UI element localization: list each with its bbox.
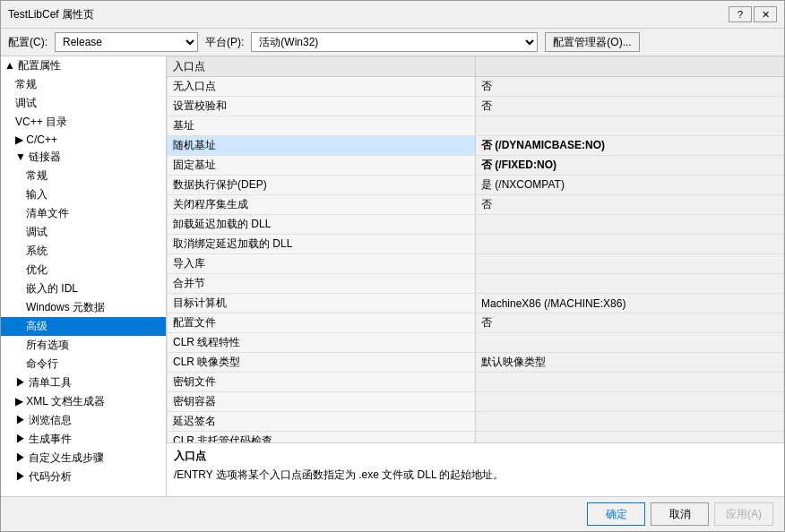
tree-item-8[interactable]: 清单文件 bbox=[1, 204, 166, 223]
table-row-13: CLR 线程特性 bbox=[168, 333, 784, 353]
prop-name-16: 密钥容器 bbox=[168, 392, 476, 412]
tree-item-6[interactable]: 常规 bbox=[1, 167, 166, 185]
apply-button[interactable]: 应用(A) bbox=[714, 502, 773, 526]
prop-value-11[interactable]: MachineX86 (/MACHINE:X86) bbox=[476, 294, 784, 313]
prop-value-8[interactable] bbox=[476, 235, 784, 254]
tree-item-3[interactable]: VC++ 目录 bbox=[1, 113, 166, 132]
prop-name-14: CLR 映像类型 bbox=[168, 353, 476, 373]
prop-value-13[interactable] bbox=[476, 333, 784, 353]
desc-box: 入口点 /ENTRY 选项将某个入口点函数指定为 .exe 文件或 DLL 的起… bbox=[167, 442, 784, 496]
main-area: ▲ 配置属性常规调试VC++ 目录▶ C/C++▼ 链接器常规输入清单文件调试系… bbox=[1, 56, 784, 496]
tree-item-4[interactable]: ▶ C/C++ bbox=[1, 132, 166, 148]
table-row-5: 数据执行保护(DEP)是 (/NXCOMPAT) bbox=[168, 176, 784, 195]
prop-value-0[interactable]: 否 bbox=[476, 77, 784, 97]
table-row-0: 无入口点否 bbox=[168, 77, 784, 97]
platform-label: 平台(P): bbox=[205, 35, 244, 50]
prop-name-9: 导入库 bbox=[168, 254, 476, 274]
prop-value-17[interactable] bbox=[476, 412, 784, 432]
tree-item-20[interactable]: ▶ 生成事件 bbox=[1, 430, 166, 449]
table-row-15: 密钥文件 bbox=[168, 373, 784, 392]
table-row-14: CLR 映像类型默认映像类型 bbox=[168, 353, 784, 373]
table-row-12: 配置文件否 bbox=[168, 313, 784, 333]
left-panel: ▲ 配置属性常规调试VC++ 目录▶ C/C++▼ 链接器常规输入清单文件调试系… bbox=[1, 56, 167, 496]
tree-item-2[interactable]: 调试 bbox=[1, 94, 166, 113]
tree-item-13[interactable]: Windows 元数据 bbox=[1, 298, 166, 317]
prop-value-6[interactable]: 否 bbox=[476, 195, 784, 215]
tree-item-17[interactable]: ▶ 清单工具 bbox=[1, 373, 166, 392]
platform-select[interactable]: 活动(Win32) bbox=[251, 32, 538, 52]
table-row-4: 固定基址否 (/FIXED:NO) bbox=[168, 156, 784, 176]
tree-item-0[interactable]: ▲ 配置属性 bbox=[1, 56, 166, 75]
table-row-6: 关闭程序集生成否 bbox=[168, 195, 784, 215]
config-label: 配置(C): bbox=[8, 35, 47, 50]
tree-item-21[interactable]: ▶ 自定义生成步骤 bbox=[1, 449, 166, 468]
header-name-cell: 入口点 bbox=[168, 57, 476, 77]
tree-item-15[interactable]: 所有选项 bbox=[1, 336, 166, 355]
tree-item-22[interactable]: ▶ 代码分析 bbox=[1, 468, 166, 486]
tree-item-16[interactable]: 命令行 bbox=[1, 355, 166, 373]
prop-value-10[interactable] bbox=[476, 274, 784, 294]
prop-value-1[interactable]: 否 bbox=[476, 97, 784, 116]
tree-item-7[interactable]: 输入 bbox=[1, 185, 166, 204]
title-bar: TestLibCef 属性页 ? ✕ bbox=[1, 1, 784, 29]
ok-button[interactable]: 确定 bbox=[587, 502, 645, 526]
manager-button[interactable]: 配置管理器(O)... bbox=[545, 32, 639, 52]
prop-value-9[interactable] bbox=[476, 254, 784, 274]
table-row-9: 导入库 bbox=[168, 254, 784, 274]
table-row-3: 随机基址否 (/DYNAMICBASE:NO) bbox=[168, 136, 784, 156]
tree-item-1[interactable]: 常规 bbox=[1, 75, 166, 94]
prop-name-15: 密钥文件 bbox=[168, 373, 476, 392]
tree-item-18[interactable]: ▶ XML 文档生成器 bbox=[1, 392, 166, 411]
dialog: TestLibCef 属性页 ? ✕ 配置(C): Release 平台(P):… bbox=[0, 0, 785, 532]
prop-name-4: 固定基址 bbox=[168, 156, 476, 176]
properties-table: 入口点 无入口点否设置校验和否基址随机基址否 (/DYNAMICBASE:NO)… bbox=[167, 56, 784, 442]
tree-item-9[interactable]: 调试 bbox=[1, 223, 166, 242]
table-row-18: CLR 非托管代码检查 bbox=[168, 432, 784, 443]
prop-name-13: CLR 线程特性 bbox=[168, 333, 476, 353]
dialog-title: TestLibCef 属性页 bbox=[8, 7, 94, 22]
prop-name-1: 设置校验和 bbox=[168, 97, 476, 116]
cancel-button[interactable]: 取消 bbox=[651, 502, 709, 526]
config-select[interactable]: Release bbox=[55, 32, 198, 52]
tree-item-10[interactable]: 系统 bbox=[1, 242, 166, 261]
prop-name-11: 目标计算机 bbox=[168, 294, 476, 313]
prop-value-3[interactable]: 否 (/DYNAMICBASE:NO) bbox=[476, 136, 784, 156]
table-row-10: 合并节 bbox=[168, 274, 784, 294]
table-row-2: 基址 bbox=[168, 116, 784, 136]
prop-value-18[interactable] bbox=[476, 432, 784, 443]
bottom-bar: 确定 取消 应用(A) bbox=[1, 496, 784, 531]
title-bar-buttons: ? ✕ bbox=[729, 6, 777, 22]
prop-value-2[interactable] bbox=[476, 116, 784, 136]
prop-name-0: 无入口点 bbox=[168, 77, 476, 97]
prop-value-15[interactable] bbox=[476, 373, 784, 392]
prop-value-5[interactable]: 是 (/NXCOMPAT) bbox=[476, 176, 784, 195]
close-button[interactable]: ✕ bbox=[754, 6, 777, 22]
desc-text: /ENTRY 选项将某个入口点函数指定为 .exe 文件或 DLL 的起始地址。 bbox=[174, 468, 777, 483]
prop-name-17: 延迟签名 bbox=[168, 412, 476, 432]
table-header-row: 入口点 bbox=[168, 57, 784, 77]
tree-item-14[interactable]: 高级 bbox=[1, 317, 166, 336]
prop-value-4[interactable]: 否 (/FIXED:NO) bbox=[476, 156, 784, 176]
tree-item-19[interactable]: ▶ 浏览信息 bbox=[1, 411, 166, 430]
prop-name-10: 合并节 bbox=[168, 274, 476, 294]
table-row-8: 取消绑定延迟加载的 DLL bbox=[168, 235, 784, 254]
props-table: 入口点 无入口点否设置校验和否基址随机基址否 (/DYNAMICBASE:NO)… bbox=[167, 56, 784, 442]
table-row-17: 延迟签名 bbox=[168, 412, 784, 432]
tree-item-12[interactable]: 嵌入的 IDL bbox=[1, 279, 166, 298]
prop-name-2: 基址 bbox=[168, 116, 476, 136]
table-row-11: 目标计算机MachineX86 (/MACHINE:X86) bbox=[168, 294, 784, 313]
prop-value-16[interactable] bbox=[476, 392, 784, 412]
header-value-cell bbox=[476, 57, 784, 77]
tree-item-5[interactable]: ▼ 链接器 bbox=[1, 148, 166, 167]
prop-value-14[interactable]: 默认映像类型 bbox=[476, 353, 784, 373]
prop-name-6: 关闭程序集生成 bbox=[168, 195, 476, 215]
prop-name-7: 卸载延迟加载的 DLL bbox=[168, 215, 476, 235]
help-button[interactable]: ? bbox=[729, 6, 752, 22]
prop-name-8: 取消绑定延迟加载的 DLL bbox=[168, 235, 476, 254]
table-row-16: 密钥容器 bbox=[168, 392, 784, 412]
table-row-1: 设置校验和否 bbox=[168, 97, 784, 116]
tree-item-11[interactable]: 优化 bbox=[1, 261, 166, 279]
prop-value-7[interactable] bbox=[476, 215, 784, 235]
prop-value-12[interactable]: 否 bbox=[476, 313, 784, 333]
desc-title: 入口点 bbox=[174, 449, 777, 464]
